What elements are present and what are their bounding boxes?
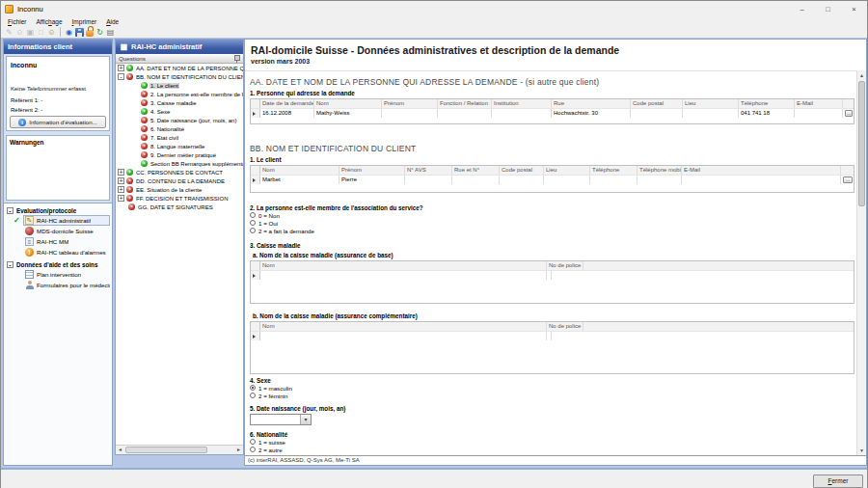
- restore-button[interactable]: □: [815, 1, 841, 16]
- pin-icon[interactable]: [233, 55, 240, 63]
- close-button[interactable]: ×: [841, 1, 867, 16]
- copy-icon[interactable]: ▣: [26, 28, 35, 37]
- compass-icon[interactable]: ◉: [65, 28, 73, 37]
- lock-icon[interactable]: [86, 30, 94, 37]
- menu-imprimer[interactable]: Imprimer: [68, 18, 102, 25]
- table-row[interactable]: 16.12.2008Mathy-WeissHochwachtstr. 30041…: [251, 108, 854, 118]
- expand-icon[interactable]: +: [118, 169, 124, 176]
- nav-item-body[interactable]: ≡RAI-HC MM: [23, 237, 112, 246]
- radio-icon[interactable]: [250, 228, 256, 233]
- vertical-scrollbar[interactable]: ▲ ▼: [856, 70, 866, 455]
- tree-item[interactable]: -BB. NOM ET IDENTIFICATION DU CLIENT: [116, 72, 243, 81]
- radio-icon[interactable]: [250, 393, 256, 398]
- grid-cell[interactable]: [500, 176, 544, 184]
- menu-affichage[interactable]: Affichage: [32, 18, 68, 25]
- grid-cell[interactable]: Pierre: [339, 176, 405, 184]
- save-icon[interactable]: [75, 28, 84, 37]
- expand-icon[interactable]: +: [118, 65, 124, 71]
- scroll-down-button[interactable]: ▼: [857, 446, 866, 455]
- menu-fichier[interactable]: Fichier: [3, 18, 32, 25]
- grid-cell[interactable]: [382, 109, 438, 118]
- grid-cell[interactable]: [405, 176, 452, 184]
- edit-icon[interactable]: ✎: [5, 28, 14, 37]
- grid-cell[interactable]: [795, 109, 843, 118]
- radio-checked-icon[interactable]: [250, 385, 256, 391]
- nav-group-header[interactable]: -Données d'aide et des soins: [4, 258, 112, 269]
- window-icon[interactable]: □: [37, 28, 45, 37]
- radio-option[interactable]: 2 = autre: [250, 446, 854, 453]
- table-row[interactable]: MarbetPierre...: [251, 175, 854, 184]
- grid-cell[interactable]: Hochwachtstr. 30: [552, 109, 631, 118]
- radio-option[interactable]: 2 = féminin: [250, 392, 854, 399]
- nav-item-body[interactable]: Plan intervention: [23, 270, 112, 279]
- tree-item[interactable]: +CC. PERSONNES DE CONTACT: [116, 168, 243, 176]
- radio-icon[interactable]: [250, 212, 256, 218]
- date-naissance-combobox[interactable]: ▾: [250, 414, 312, 425]
- scroll-left-button[interactable]: ◄: [116, 446, 124, 454]
- table-row[interactable]: [251, 270, 854, 280]
- row-selector[interactable]: [251, 176, 260, 184]
- collapse-icon[interactable]: -: [7, 207, 14, 214]
- user-edit-icon[interactable]: ☺: [47, 28, 56, 37]
- grid-cell[interactable]: [452, 176, 500, 184]
- expand-icon[interactable]: +: [118, 186, 124, 193]
- tree-item[interactable]: 8. Langue maternelle: [116, 142, 243, 150]
- scroll-right-button[interactable]: ►: [234, 446, 243, 454]
- expand-icon[interactable]: +: [118, 195, 124, 202]
- nav-item-plan-intervention[interactable]: Plan intervention: [4, 269, 112, 280]
- grid-cell[interactable]: [260, 271, 547, 280]
- nav-item-rai-hc-tableau-d-alarmes[interactable]: !RAI-HC tableau d'alarmes: [4, 247, 112, 258]
- radio-icon[interactable]: [250, 447, 256, 452]
- nav-item-body[interactable]: !RAI-HC tableau d'alarmes: [23, 248, 112, 257]
- close-form-button[interactable]: Fermer: [813, 474, 863, 488]
- tree-item[interactable]: 3. Caisse maladie: [116, 98, 243, 107]
- h-scrollbar-thumb[interactable]: [125, 447, 207, 453]
- grid-cell[interactable]: [590, 176, 637, 184]
- dropdown-arrow-icon[interactable]: ▾: [300, 415, 311, 424]
- collapse-icon[interactable]: -: [118, 73, 124, 80]
- grid-cell[interactable]: 041 741 18: [739, 109, 795, 118]
- print-preview-icon[interactable]: ▤: [106, 28, 115, 37]
- contact-icon[interactable]: ☺: [15, 28, 24, 37]
- grid-cell[interactable]: [438, 109, 492, 118]
- radio-option[interactable]: 1 = suisse: [250, 438, 854, 446]
- radio-option[interactable]: 1 = masculin: [250, 384, 854, 392]
- tree-item[interactable]: 5. Date naissance (jour, mois, an): [116, 116, 243, 124]
- collapse-icon[interactable]: -: [7, 261, 14, 268]
- grid-cell[interactable]: Mathy-Weiss: [314, 109, 382, 118]
- row-more-button[interactable]: ...: [843, 176, 853, 183]
- tree-item[interactable]: 7. Etat civil: [116, 133, 243, 142]
- tree-item[interactable]: 9. Dernier métier pratiqué: [116, 150, 243, 159]
- tree-item[interactable]: 1. Le client: [116, 81, 243, 90]
- nav-item-body[interactable]: Formulaires pour le médecin: [23, 281, 112, 289]
- row-selector[interactable]: [251, 109, 260, 118]
- refresh-icon[interactable]: ↻: [95, 28, 104, 37]
- row-selector[interactable]: [251, 332, 260, 340]
- radio-icon[interactable]: [250, 220, 256, 226]
- minimize-button[interactable]: –: [789, 1, 815, 16]
- radio-option[interactable]: 2 = a fait la demande: [250, 227, 854, 234]
- radio-option[interactable]: 0 = Non: [250, 211, 854, 219]
- table-row[interactable]: [251, 331, 854, 340]
- nav-group-header[interactable]: -Evaluation/protocole: [4, 203, 112, 215]
- row-selector[interactable]: [251, 271, 260, 280]
- combobox-value[interactable]: [251, 415, 300, 424]
- row-more-button[interactable]: ...: [845, 110, 853, 117]
- grid-cell[interactable]: [631, 109, 683, 118]
- nav-item-body[interactable]: ✎RAI-HC administratif: [23, 215, 110, 226]
- grid-cell[interactable]: [260, 332, 547, 340]
- v-scrollbar-thumb[interactable]: [858, 81, 865, 206]
- grid-cell[interactable]: [492, 109, 552, 118]
- scroll-up-button[interactable]: ▲: [857, 70, 866, 80]
- nav-item-rai-hc-administratif[interactable]: ✓✎RAI-HC administratif: [4, 215, 112, 226]
- grid-cell[interactable]: 16.12.2008: [260, 109, 314, 118]
- tree-item[interactable]: GG. DATE ET SIGNATURES: [116, 203, 243, 211]
- tree-item[interactable]: +AA. DATE ET NOM DE LA PERSONNE QUI AD: [116, 64, 243, 72]
- nav-item-rai-hc-mm[interactable]: ≡RAI-HC MM: [4, 236, 112, 247]
- radio-icon[interactable]: [250, 439, 256, 445]
- nav-item-formulaires-pour-le-m-decin[interactable]: Formulaires pour le médecin: [4, 280, 112, 290]
- nav-item-mds-domicile-suisse[interactable]: MDS-domicile Suisse: [4, 226, 112, 236]
- grid-cell[interactable]: [682, 176, 841, 184]
- horizontal-scrollbar[interactable]: ◄ ►: [116, 445, 243, 454]
- tree-item[interactable]: +DD. CONTENU DE LA DEMANDE: [116, 176, 243, 185]
